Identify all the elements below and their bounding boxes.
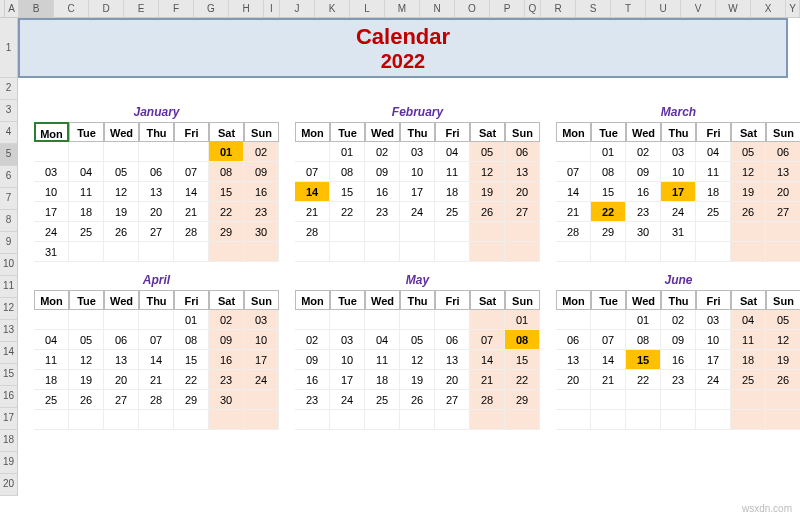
day-cell[interactable]: 08 [174, 330, 209, 350]
day-header-wed[interactable]: Wed [626, 290, 661, 310]
day-cell[interactable]: 02 [295, 330, 330, 350]
day-cell[interactable]: 30 [209, 390, 244, 410]
day-cell[interactable]: 23 [661, 370, 696, 390]
day-header-thu[interactable]: Thu [139, 290, 174, 310]
empty-cell[interactable] [69, 242, 104, 262]
day-cell[interactable]: 07 [470, 330, 505, 350]
day-cell[interactable]: 13 [766, 162, 800, 182]
empty-cell[interactable] [470, 242, 505, 262]
day-cell[interactable]: 04 [69, 162, 104, 182]
day-cell[interactable]: 02 [244, 142, 279, 162]
empty-cell[interactable] [174, 142, 209, 162]
day-cell[interactable]: 12 [104, 182, 139, 202]
day-header-tue[interactable]: Tue [69, 290, 104, 310]
day-cell[interactable]: 05 [470, 142, 505, 162]
day-cell[interactable]: 28 [295, 222, 330, 242]
day-cell[interactable]: 28 [139, 390, 174, 410]
day-cell[interactable]: 01 [330, 142, 365, 162]
empty-cell[interactable] [731, 410, 766, 430]
day-cell[interactable]: 27 [104, 390, 139, 410]
empty-cell[interactable] [295, 410, 330, 430]
empty-cell[interactable] [556, 390, 591, 410]
empty-cell[interactable] [104, 410, 139, 430]
day-cell[interactable]: 07 [591, 330, 626, 350]
day-cell[interactable]: 12 [766, 330, 800, 350]
day-cell[interactable]: 11 [435, 162, 470, 182]
col-header-U[interactable]: U [646, 0, 681, 17]
day-cell[interactable]: 23 [626, 202, 661, 222]
col-header-B[interactable]: B [19, 0, 54, 17]
empty-cell[interactable] [244, 242, 279, 262]
row-header-3[interactable]: 3 [0, 100, 18, 122]
day-cell[interactable]: 25 [731, 370, 766, 390]
col-header-L[interactable]: L [350, 0, 385, 17]
row-header-19[interactable]: 19 [0, 452, 18, 474]
day-cell[interactable]: 13 [104, 350, 139, 370]
day-header-sun[interactable]: Sun [766, 122, 800, 142]
day-cell[interactable]: 04 [435, 142, 470, 162]
row-header-8[interactable]: 8 [0, 210, 18, 232]
day-cell[interactable]: 23 [365, 202, 400, 222]
empty-cell[interactable] [400, 310, 435, 330]
day-cell[interactable]: 20 [556, 370, 591, 390]
empty-cell[interactable] [139, 310, 174, 330]
day-cell[interactable]: 14 [295, 182, 330, 202]
day-cell[interactable]: 27 [505, 202, 540, 222]
empty-cell[interactable] [34, 410, 69, 430]
day-header-tue[interactable]: Tue [591, 290, 626, 310]
empty-cell[interactable] [505, 242, 540, 262]
day-cell[interactable]: 28 [174, 222, 209, 242]
day-cell[interactable]: 20 [435, 370, 470, 390]
day-cell[interactable]: 17 [696, 350, 731, 370]
day-cell[interactable]: 24 [400, 202, 435, 222]
day-header-thu[interactable]: Thu [661, 122, 696, 142]
col-header-M[interactable]: M [385, 0, 420, 17]
empty-cell[interactable] [139, 242, 174, 262]
day-cell[interactable]: 07 [174, 162, 209, 182]
empty-cell[interactable] [295, 310, 330, 330]
empty-cell[interactable] [400, 410, 435, 430]
empty-cell[interactable] [556, 142, 591, 162]
empty-cell[interactable] [104, 142, 139, 162]
row-header-4[interactable]: 4 [0, 122, 18, 144]
day-cell[interactable]: 24 [330, 390, 365, 410]
empty-cell[interactable] [34, 142, 69, 162]
empty-cell[interactable] [591, 242, 626, 262]
empty-cell[interactable] [174, 242, 209, 262]
day-cell[interactable]: 10 [696, 330, 731, 350]
day-cell[interactable]: 21 [470, 370, 505, 390]
day-header-sun[interactable]: Sun [244, 290, 279, 310]
day-header-thu[interactable]: Thu [400, 122, 435, 142]
day-cell[interactable]: 16 [365, 182, 400, 202]
day-cell[interactable]: 03 [244, 310, 279, 330]
empty-cell[interactable] [104, 310, 139, 330]
day-header-sun[interactable]: Sun [505, 122, 540, 142]
empty-cell[interactable] [505, 222, 540, 242]
day-cell[interactable]: 22 [330, 202, 365, 222]
empty-cell[interactable] [591, 390, 626, 410]
day-cell[interactable]: 22 [626, 370, 661, 390]
empty-cell[interactable] [174, 410, 209, 430]
day-cell[interactable]: 21 [139, 370, 174, 390]
day-cell[interactable]: 22 [174, 370, 209, 390]
day-header-fri[interactable]: Fri [435, 290, 470, 310]
empty-cell[interactable] [661, 410, 696, 430]
day-cell[interactable]: 11 [696, 162, 731, 182]
day-cell[interactable]: 03 [661, 142, 696, 162]
empty-cell[interactable] [766, 390, 800, 410]
empty-cell[interactable] [591, 310, 626, 330]
col-header-J[interactable]: J [280, 0, 315, 17]
day-header-mon[interactable]: Mon [295, 290, 330, 310]
day-cell[interactable]: 16 [244, 182, 279, 202]
row-header-6[interactable]: 6 [0, 166, 18, 188]
empty-cell[interactable] [365, 410, 400, 430]
col-header-G[interactable]: G [194, 0, 229, 17]
day-header-tue[interactable]: Tue [69, 122, 104, 142]
day-cell[interactable]: 12 [470, 162, 505, 182]
empty-cell[interactable] [209, 242, 244, 262]
day-cell[interactable]: 09 [244, 162, 279, 182]
day-header-fri[interactable]: Fri [174, 122, 209, 142]
day-cell[interactable]: 10 [244, 330, 279, 350]
col-header-Y[interactable]: Y [786, 0, 800, 17]
day-cell[interactable]: 07 [295, 162, 330, 182]
